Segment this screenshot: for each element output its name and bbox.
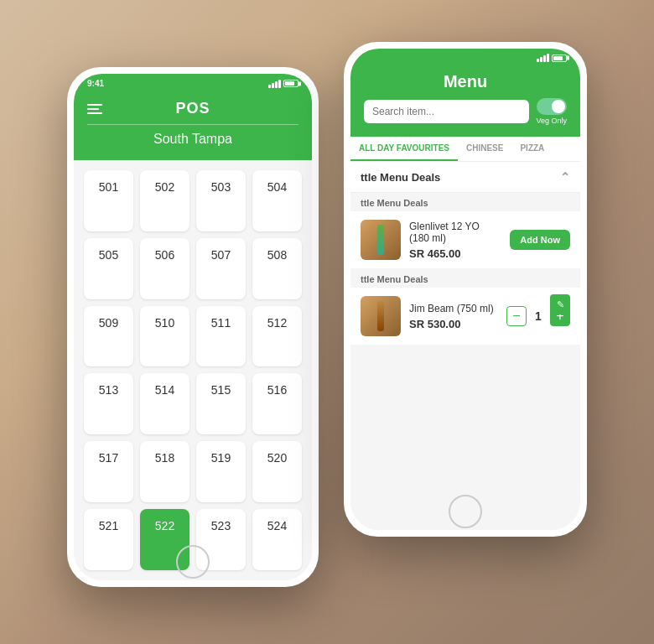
- edit-icon-badge[interactable]: ✎: [550, 294, 570, 314]
- menu-content: ttle Menu Deals ⌃ ttle Menu Deals Glenli…: [350, 162, 580, 530]
- phone-menu: Menu Veg Only ALL DAY FAVOURITES: [344, 42, 587, 537]
- table-cell-511[interactable]: 511: [196, 306, 246, 367]
- table-cell-513[interactable]: 513: [84, 373, 133, 434]
- menu-header: Menu Veg Only: [350, 64, 580, 137]
- hamburger-icon[interactable]: [87, 104, 102, 114]
- item-section-label-2: ttle Menu Deals: [350, 269, 580, 288]
- menu-item-card-1: Glenlivet 12 YO (180 ml) SR 465.00 Add N…: [350, 211, 580, 268]
- phone-pos-screen: 9:41: [74, 74, 312, 580]
- table-cell-521[interactable]: 521: [84, 509, 133, 570]
- bottle-icon-2: [377, 301, 384, 331]
- table-cell-518[interactable]: 518: [140, 441, 189, 502]
- scene: 9:41: [0, 0, 654, 644]
- battery-icon-right: [552, 55, 567, 62]
- search-input[interactable]: [364, 100, 529, 123]
- veg-toggle[interactable]: [537, 98, 567, 115]
- table-cell-514[interactable]: 514: [140, 373, 189, 434]
- tab-chinese[interactable]: CHINESE: [458, 137, 511, 161]
- battery-icon: [283, 80, 298, 87]
- section-header-label: ttle Menu Deals: [361, 171, 440, 184]
- table-cell-505[interactable]: 505: [84, 238, 133, 299]
- bottle-icon-1: [377, 225, 384, 255]
- signal-icons-right: [537, 54, 567, 62]
- table-cell-519[interactable]: 519: [196, 441, 246, 502]
- item-price-2: SR 530.00: [409, 318, 498, 330]
- pos-header: POS South Tampa: [74, 90, 312, 160]
- table-cell-506[interactable]: 506: [140, 238, 189, 299]
- veg-toggle-wrapper[interactable]: Veg Only: [536, 98, 567, 125]
- item-name-1: Glenlivet 12 YO (180 ml): [409, 221, 501, 244]
- phone-pos: 9:41: [67, 67, 319, 587]
- item-image-2: [361, 296, 401, 336]
- status-bar-left: 9:41: [74, 74, 312, 90]
- toggle-thumb: [552, 100, 565, 113]
- table-cell-508[interactable]: 508: [252, 238, 302, 299]
- menu-tabs: ALL DAY FAVOURITES CHINESE PIZZA: [350, 137, 580, 162]
- chevron-up-icon[interactable]: ⌃: [560, 170, 570, 184]
- qty-value: 1: [532, 309, 545, 323]
- table-cell-517[interactable]: 517: [84, 441, 133, 502]
- table-cell-515[interactable]: 515: [196, 373, 246, 434]
- table-cell-512[interactable]: 512: [252, 306, 302, 367]
- item-image-1: [361, 220, 401, 260]
- table-grid: 5015025035045055065075085095105115125135…: [74, 160, 312, 580]
- item-price-1: SR 465.00: [409, 247, 501, 260]
- signal-bar: [268, 80, 281, 88]
- signal-bar-right: [537, 54, 549, 62]
- item-info-1: Glenlivet 12 YO (180 ml) SR 465.00: [409, 221, 501, 260]
- menu-search-row: Veg Only: [364, 98, 567, 125]
- table-cell-524[interactable]: 524: [252, 509, 302, 570]
- item-section-label-1: ttle Menu Deals: [350, 193, 580, 211]
- status-time: 9:41: [87, 79, 104, 88]
- tab-pizza[interactable]: PIZZA: [511, 137, 553, 161]
- table-cell-510[interactable]: 510: [140, 306, 189, 367]
- table-cell-507[interactable]: 507: [196, 238, 246, 299]
- pos-title: POS: [175, 100, 210, 117]
- table-cell-504[interactable]: 504: [252, 170, 302, 231]
- table-cell-520[interactable]: 520: [252, 441, 302, 502]
- veg-only-label: Veg Only: [536, 117, 567, 125]
- home-button-left[interactable]: [176, 545, 210, 579]
- qty-minus-button[interactable]: −: [506, 306, 527, 326]
- pos-location: South Tampa: [87, 132, 298, 147]
- tab-all-day-favourites[interactable]: ALL DAY FAVOURITES: [350, 137, 458, 161]
- table-cell-516[interactable]: 516: [252, 373, 302, 434]
- add-now-button-1[interactable]: Add Now: [510, 230, 570, 250]
- menu-title: Menu: [364, 72, 567, 91]
- item-info-2: Jim Beam (750 ml) SR 530.00: [409, 303, 498, 330]
- item-name-2: Jim Beam (750 ml): [409, 303, 498, 314]
- signal-icons-left: [268, 80, 298, 88]
- table-cell-503[interactable]: 503: [196, 170, 246, 231]
- home-button-right[interactable]: [449, 495, 482, 528]
- menu-section-header[interactable]: ttle Menu Deals ⌃: [350, 162, 580, 193]
- table-cell-501[interactable]: 501: [84, 170, 133, 231]
- menu-item-card-2: ✎ Jim Beam (750 ml) SR 530.00 − 1 +: [350, 288, 580, 345]
- phone-menu-screen: Menu Veg Only ALL DAY FAVOURITES: [350, 49, 580, 530]
- table-cell-509[interactable]: 509: [84, 306, 133, 367]
- table-cell-502[interactable]: 502: [140, 170, 189, 231]
- status-bar-right: [350, 49, 580, 64]
